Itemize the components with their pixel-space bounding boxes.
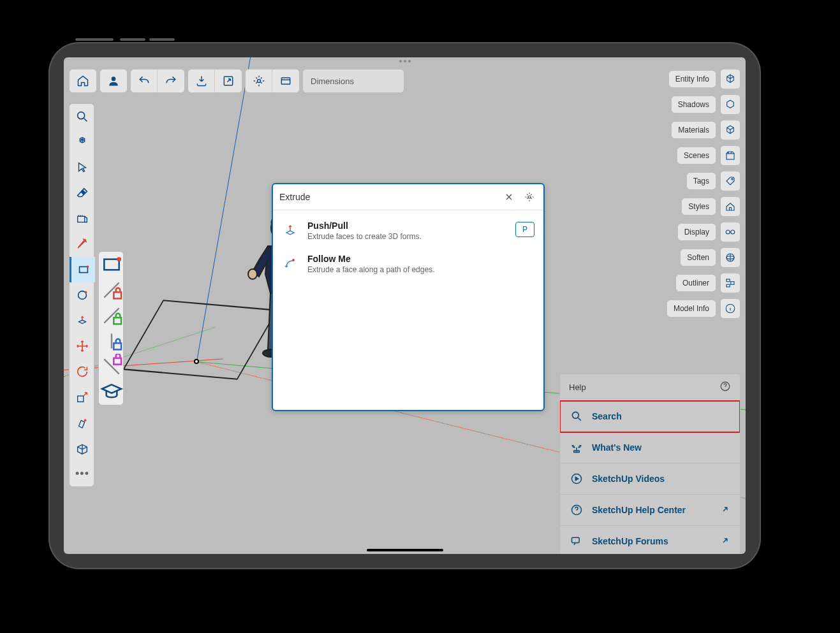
tags-icon[interactable] bbox=[720, 171, 741, 191]
plant-icon bbox=[570, 441, 583, 454]
panel-tab-model-info[interactable]: Model Info bbox=[667, 300, 716, 317]
search-dialog: Push/Pull Extrude faces to create 3D for… bbox=[272, 183, 545, 411]
result-desc: Extrude faces to create 3D forms. bbox=[307, 232, 506, 241]
svg-point-36 bbox=[572, 412, 578, 418]
svg-rect-15 bbox=[78, 396, 84, 402]
followme-icon bbox=[282, 255, 298, 272]
search-icon bbox=[570, 410, 583, 423]
panel-tab-styles[interactable]: Styles bbox=[681, 198, 716, 215]
rectangle-lock-blue[interactable] bbox=[99, 328, 124, 354]
help-panel: Help Search What's New SketchUp Videos S… bbox=[559, 374, 741, 554]
tablet-frame: Dimensions ••• Entity Info Shadows Mater… bbox=[50, 43, 760, 568]
gear-icon[interactable] bbox=[522, 189, 537, 205]
svg-point-1 bbox=[248, 269, 257, 279]
help-icon bbox=[570, 504, 583, 516]
settings-button[interactable] bbox=[246, 69, 272, 93]
user-button[interactable] bbox=[100, 69, 127, 93]
model-info-icon[interactable] bbox=[720, 298, 741, 319]
search-result-pushpull[interactable]: Push/Pull Extrude faces to create 3D for… bbox=[273, 214, 543, 247]
svg-rect-21 bbox=[114, 343, 121, 349]
home-button[interactable] bbox=[70, 69, 96, 93]
dimensions-input[interactable]: Dimensions bbox=[302, 69, 404, 93]
line-tool[interactable] bbox=[70, 231, 95, 257]
help-item-helpcenter[interactable]: SketchUp Help Center bbox=[560, 495, 740, 526]
view-tool[interactable] bbox=[70, 435, 95, 461]
panel-tab-soften[interactable]: Soften bbox=[680, 249, 716, 266]
paint-tool[interactable] bbox=[70, 410, 95, 435]
result-desc: Extrude a face along a path of edges. bbox=[307, 265, 534, 274]
svg-rect-31 bbox=[731, 282, 734, 285]
import-button[interactable] bbox=[188, 69, 215, 93]
soften-icon[interactable] bbox=[720, 247, 741, 268]
panel-tab-shadows[interactable]: Shadows bbox=[671, 96, 716, 113]
rectangle-tool[interactable] bbox=[70, 257, 95, 282]
shortcut-badge: P bbox=[515, 222, 534, 237]
svg-point-16 bbox=[84, 419, 87, 422]
svg-rect-19 bbox=[114, 292, 121, 298]
help-item-search[interactable]: Search bbox=[560, 401, 740, 432]
help-item-forums[interactable]: SketchUp Forums bbox=[560, 526, 740, 554]
help-title: Help bbox=[569, 382, 586, 392]
help-item-videos[interactable]: SketchUp Videos bbox=[560, 463, 740, 495]
materials-icon[interactable] bbox=[720, 120, 741, 140]
panel-tab-materials[interactable]: Materials bbox=[671, 121, 716, 139]
panel-tab-entity-info[interactable]: Entity Info bbox=[668, 70, 716, 88]
eraser-tool[interactable] bbox=[70, 180, 95, 206]
svg-rect-10 bbox=[78, 216, 85, 222]
dimensions-placeholder: Dimensions bbox=[311, 76, 354, 86]
left-toolbar: ••• bbox=[69, 103, 94, 487]
rectangle-sub-toolbar bbox=[98, 251, 124, 405]
svg-rect-23 bbox=[726, 154, 734, 159]
entity-info-icon[interactable] bbox=[720, 69, 741, 89]
svg-point-18 bbox=[117, 257, 121, 261]
rectangle-submode-1[interactable] bbox=[99, 252, 124, 277]
circle-tool[interactable] bbox=[70, 282, 95, 308]
display-icon[interactable] bbox=[720, 222, 741, 242]
outliner-icon[interactable] bbox=[720, 273, 741, 293]
pushpull-tool[interactable] bbox=[70, 308, 95, 333]
origin-point bbox=[194, 359, 199, 364]
svg-point-7 bbox=[257, 80, 260, 83]
more-tools-button[interactable]: ••• bbox=[70, 461, 95, 486]
undo-button[interactable] bbox=[131, 69, 158, 93]
rectangle-lock-red[interactable] bbox=[99, 277, 124, 303]
orbit-tool[interactable] bbox=[70, 129, 95, 155]
external-link-icon bbox=[721, 505, 730, 516]
result-title: Follow Me bbox=[307, 254, 534, 264]
panel-tab-display[interactable]: Display bbox=[677, 223, 716, 241]
svg-rect-22 bbox=[114, 358, 121, 365]
svg-point-26 bbox=[731, 230, 735, 234]
home-indicator[interactable] bbox=[367, 549, 443, 551]
help-item-whatsnew[interactable]: What's New bbox=[560, 432, 740, 463]
pushpull-icon bbox=[282, 222, 298, 238]
rectangle-lock-magenta[interactable] bbox=[99, 354, 124, 379]
redo-button[interactable] bbox=[158, 69, 184, 93]
save-button[interactable] bbox=[272, 69, 299, 93]
scale-tool[interactable] bbox=[70, 384, 95, 410]
svg-point-12 bbox=[86, 266, 89, 268]
styles-icon[interactable] bbox=[720, 196, 741, 217]
tutorial-tool[interactable] bbox=[99, 379, 124, 405]
app-viewport: Dimensions ••• Entity Info Shadows Mater… bbox=[64, 57, 746, 554]
rotate-tool[interactable] bbox=[70, 359, 95, 384]
search-input[interactable] bbox=[279, 192, 496, 202]
help-icon[interactable] bbox=[719, 381, 731, 394]
select-tool[interactable] bbox=[70, 155, 95, 180]
svg-rect-11 bbox=[79, 266, 87, 272]
panel-tab-scenes[interactable]: Scenes bbox=[677, 147, 716, 164]
shadows-icon[interactable] bbox=[720, 94, 741, 115]
move-tool[interactable] bbox=[70, 333, 95, 359]
scenes-icon[interactable] bbox=[720, 145, 741, 166]
svg-rect-29 bbox=[726, 279, 730, 282]
tape-tool[interactable] bbox=[70, 206, 95, 231]
svg-point-5 bbox=[112, 76, 116, 81]
search-result-followme[interactable]: Follow Me Extrude a face along a path of… bbox=[273, 247, 543, 280]
export-button[interactable] bbox=[215, 69, 242, 93]
search-tool[interactable] bbox=[70, 104, 95, 129]
close-icon[interactable] bbox=[501, 189, 517, 205]
forum-icon bbox=[570, 535, 583, 548]
panel-tab-tags[interactable]: Tags bbox=[686, 172, 716, 190]
rectangle-lock-green[interactable] bbox=[99, 303, 124, 328]
svg-rect-8 bbox=[281, 78, 290, 84]
panel-tab-outliner[interactable]: Outliner bbox=[675, 274, 716, 292]
